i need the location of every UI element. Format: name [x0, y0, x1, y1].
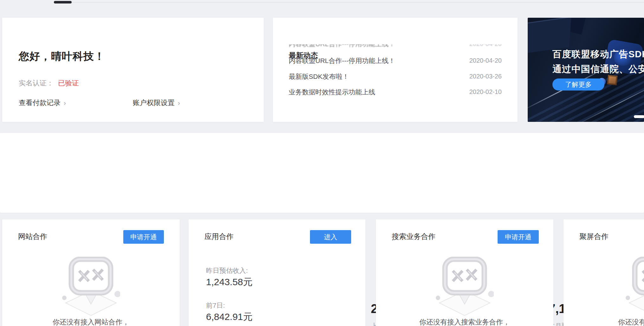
news-item: 内容联盟URL合作---停用功能上线！ 2020-04-20	[289, 53, 502, 68]
realname-verification-row: 实名认证：已验证	[19, 78, 79, 88]
revenue-row-value: 6,842.91元	[206, 310, 253, 323]
empty-state-tv-icon	[625, 257, 644, 319]
coop-card-title: 网站合作	[18, 232, 47, 241]
news-card: 最新动态 内容联盟URL合作---停用功能上线！ 2020-04-20 内容联盟…	[273, 18, 518, 122]
news-item: 业务数据时效性提示功能上线 2020-02-10	[289, 84, 502, 100]
verification-label: 实名认证：	[19, 79, 54, 87]
revenue-row-label: 前7日:	[206, 301, 225, 310]
horizontal-scrollbar-track[interactable]	[54, 2, 644, 3]
news-item: 最新版SDK发布啦！ 2020-03-26	[289, 69, 502, 84]
banner-headline-line2: 通过中国信通院、公安	[552, 63, 644, 76]
coop-card-title: 聚屏合作	[579, 232, 609, 241]
empty-state-tv-icon	[435, 257, 494, 319]
horizontal-scrollbar-thumb[interactable]	[54, 1, 72, 3]
account-permission-link[interactable]: 账户权限设置›	[133, 98, 180, 108]
apply-open-button[interactable]: 申请开通	[123, 230, 164, 244]
banner-learn-more-button[interactable]: 了解更多	[552, 78, 604, 91]
greeting-card: 您好，晴叶科技！ 实名认证：已验证 查看付款记录› 账户权限设置›	[2, 18, 264, 122]
revenue-row-label: 昨日预估收入:	[206, 266, 248, 275]
news-item-date: 2020-03-26	[469, 73, 502, 80]
news-item-date: 2020-02-10	[469, 88, 502, 96]
chevron-right-icon: ›	[64, 99, 66, 106]
banner-art-bronze-cube	[607, 75, 618, 85]
juping-coop-card: 聚屏合作 你还没有	[564, 219, 644, 326]
coop-card-title: 应用合作	[204, 232, 234, 241]
app-coop-card: 应用合作 进入 昨日预估收入: 1,243.58元 前7日: 6,842.91元	[189, 219, 365, 326]
chevron-right-icon: ›	[178, 99, 180, 106]
search-coop-card: 搜索业务合作 申请开通 你还没有接入搜索业务合作，	[376, 219, 553, 326]
total-stats-card: 合作总数据 1,243.58 ? 昨日预估收入（元） 6,842.91 前七日预…	[0, 133, 644, 213]
enter-button[interactable]: 进入	[310, 230, 351, 244]
coop-card-title: 搜索业务合作	[392, 232, 435, 241]
apply-open-button[interactable]: 申请开通	[498, 230, 539, 244]
greeting-title: 您好，晴叶科技！	[19, 49, 105, 64]
website-coop-card: 网站合作 申请开通 你还没有接入网站合作，	[2, 219, 180, 326]
empty-state-text: 你还没有接入搜索业务合作，	[376, 317, 553, 326]
ad-banner[interactable]: 百度联盟移动广告SDK 通过中国信通院、公安 了解更多	[528, 18, 644, 122]
news-item-date: 2020-04-20	[469, 57, 502, 64]
payment-records-link[interactable]: 查看付款记录›	[19, 98, 66, 108]
empty-state-tv-icon	[62, 257, 120, 319]
news-item-scrolling-out: 内容联盟URL合作---停用功能上线！ 2020-04-20	[289, 44, 502, 52]
empty-state-text: 你还没有接入网站合作，	[2, 317, 180, 326]
news-ticker-viewport: 内容联盟URL合作---停用功能上线！ 2020-04-20 内容联盟URL合作…	[289, 44, 502, 122]
revenue-row-value: 1,243.58元	[206, 276, 253, 289]
banner-headline-line1: 百度联盟移动广告SDK	[552, 48, 644, 61]
news-item-link[interactable]: 最新版SDK发布啦！	[289, 72, 349, 81]
banner-carousel-indicator[interactable]	[634, 115, 644, 118]
news-item-link[interactable]: 业务数据时效性提示功能上线	[289, 88, 375, 97]
news-item-link[interactable]: 内容联盟URL合作---停用功能上线！	[289, 56, 395, 65]
empty-state-text: 你还没有	[618, 317, 644, 326]
verification-status-badge: 已验证	[58, 79, 79, 87]
dashboard-page: { "colors": { "accent_blue": "#3a8bf0", …	[0, 0, 644, 326]
